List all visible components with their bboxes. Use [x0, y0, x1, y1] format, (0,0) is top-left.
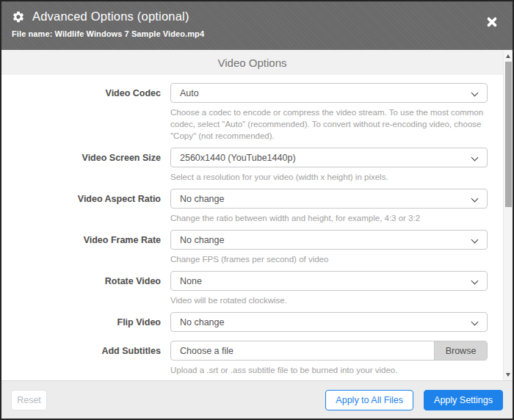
triangle-up-icon — [506, 54, 510, 58]
dialog-footer: Reset Apply to All Files Apply Settings — [1, 380, 513, 419]
video-frame-rate-select[interactable]: No change — [170, 230, 488, 250]
video-codec-help: Choose a codec to encode or compress the… — [170, 106, 488, 142]
chevron-down-icon — [471, 278, 479, 285]
select-value: None — [180, 276, 202, 286]
chevron-down-icon — [471, 195, 479, 203]
rotate-video-select[interactable]: None — [170, 271, 488, 291]
advanced-options-dialog: Advanced Options (optional) File name: W… — [0, 0, 514, 420]
chevron-down-icon — [471, 154, 479, 162]
form-row-flip: Flip Video No change — [1, 312, 503, 332]
form-row-rotate: Rotate Video None Video will be rotated … — [1, 271, 503, 306]
flip-video-label: Flip Video — [1, 312, 170, 332]
gear-icon — [12, 10, 25, 23]
chevron-down-icon — [471, 236, 479, 244]
video-codec-select[interactable]: Auto — [170, 83, 488, 103]
select-value: No change — [180, 235, 224, 245]
video-aspect-ratio-select[interactable]: No change — [170, 189, 488, 209]
aspect-ratio-help: Change the ratio between width and heigh… — [170, 212, 488, 224]
form-row-screen-size: Video Screen Size 2560x1440 (YouTube1440… — [1, 148, 503, 183]
select-value: 2560x1440 (YouTube1440p) — [180, 153, 296, 163]
file-name-label: File name: Wildlife Windows 7 Sample Vid… — [12, 29, 502, 38]
video-codec-label: Video Codec — [1, 83, 170, 142]
reset-button[interactable]: Reset — [11, 390, 47, 410]
scrollbar[interactable] — [503, 50, 513, 380]
chevron-down-icon — [471, 90, 479, 97]
form-row-video-codec: Video Codec Auto Choose a codec to encod… — [1, 83, 503, 142]
section-title: Video Options — [1, 50, 503, 75]
scroll-up-button[interactable] — [504, 51, 513, 60]
select-value: No change — [180, 317, 224, 327]
select-value: No change — [180, 194, 224, 204]
subtitles-help: Upload a .srt or .ass subtitle file to b… — [170, 364, 488, 376]
video-screen-size-select[interactable]: 2560x1440 (YouTube1440p) — [170, 148, 488, 167]
screen-size-label: Video Screen Size — [1, 148, 170, 183]
frame-rate-label: Video Frame Rate — [1, 230, 170, 265]
browse-button[interactable]: Browse — [434, 341, 487, 360]
dialog-body: Video Options Video Codec Auto Choose a … — [1, 50, 513, 380]
dialog-title: Advanced Options (optional) — [32, 10, 189, 23]
form-row-frame-rate: Video Frame Rate No change Change FPS (f… — [1, 230, 503, 265]
select-value: Auto — [180, 88, 199, 98]
add-subtitles-label: Add Subtitles — [1, 341, 170, 376]
triangle-down-icon — [506, 373, 510, 377]
aspect-ratio-label: Video Aspect Ratio — [1, 189, 170, 224]
form-row-subtitles: Add Subtitles Choose a file Browse Uploa… — [1, 341, 503, 376]
scroll-down-button[interactable] — [504, 370, 513, 379]
rotate-video-label: Rotate Video — [1, 271, 170, 306]
apply-settings-button[interactable]: Apply Settings — [424, 390, 503, 410]
file-placeholder: Choose a file — [171, 341, 434, 360]
apply-to-all-files-button[interactable]: Apply to All Files — [325, 390, 413, 410]
close-icon[interactable] — [485, 15, 499, 29]
form-row-aspect-ratio: Video Aspect Ratio No change Change the … — [1, 189, 503, 224]
dialog-header: Advanced Options (optional) File name: W… — [1, 1, 513, 50]
screen-size-help: Select a resolution for your video (widt… — [170, 171, 488, 183]
subtitle-file-input[interactable]: Choose a file Browse — [170, 341, 488, 361]
frame-rate-help: Change FPS (frames per second) of video — [170, 253, 488, 265]
scrollbar-thumb[interactable] — [505, 62, 512, 207]
chevron-down-icon — [471, 319, 479, 326]
rotate-video-help: Video will be rotated clockwise. — [170, 294, 488, 306]
flip-video-select[interactable]: No change — [170, 312, 488, 332]
video-options-form: Video Codec Auto Choose a codec to encod… — [1, 75, 503, 376]
